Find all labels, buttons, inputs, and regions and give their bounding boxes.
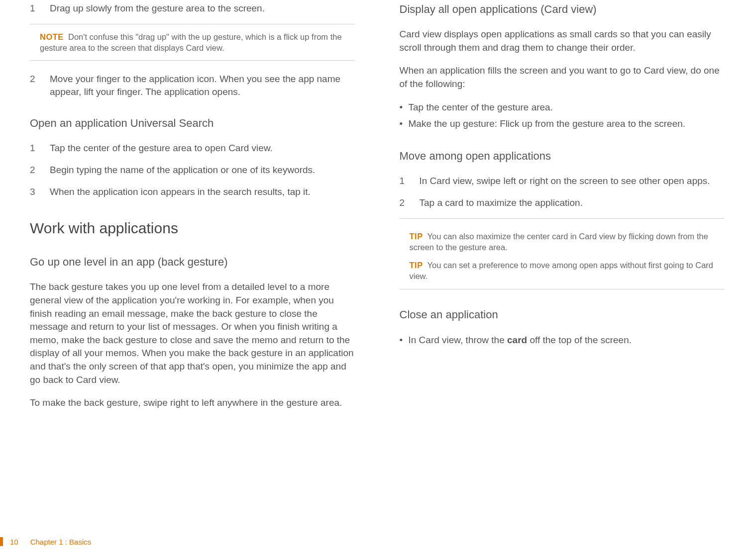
- numbered-step: 1 In Card view, swipe left or right on t…: [400, 175, 725, 187]
- page-footer: 10 Chapter 1 : Basics: [0, 537, 91, 546]
- paragraph: The back gesture takes you up one level …: [30, 280, 355, 386]
- numbered-step: 2 Move your finger to the application ic…: [30, 73, 355, 98]
- step-number: 2: [30, 164, 50, 177]
- section-heading: Open an application Universal Search: [30, 117, 355, 130]
- step-number: 1: [30, 142, 50, 155]
- text-fragment: In Card view, throw the: [409, 335, 508, 345]
- paragraph: Card view displays open applications as …: [400, 28, 725, 54]
- section-heading: Move among open applications: [400, 150, 725, 163]
- step-text: Drag up slowly from the gesture area to …: [50, 2, 355, 15]
- section-heading: Go up one level in an app (back gesture): [30, 256, 355, 269]
- step-number: 2: [400, 196, 420, 209]
- numbered-step: 3 When the application icon appears in t…: [30, 186, 355, 198]
- numbered-step: 1 Tap the center of the gesture area to …: [30, 142, 355, 155]
- page-number: 10: [10, 538, 18, 546]
- step-text: Tap the center of the gesture area to op…: [50, 142, 355, 155]
- bold-text: card: [507, 335, 527, 345]
- step-number: 3: [30, 186, 50, 198]
- page-content: 1 Drag up slowly from the gesture area t…: [0, 0, 744, 420]
- note-callout: NOTE Don't confuse this "drag up" with t…: [30, 24, 355, 61]
- step-number: 1: [400, 175, 420, 187]
- bullet-list: In Card view, throw the card off the top…: [400, 333, 725, 348]
- list-item: In Card view, throw the card off the top…: [400, 333, 725, 348]
- numbered-step: 2 Begin typing the name of the applicati…: [30, 164, 355, 177]
- chapter-label: Chapter 1 : Basics: [30, 538, 92, 546]
- tip-text: You can also maximize the center card in…: [410, 232, 708, 252]
- step-text: Move your finger to the application icon…: [50, 73, 355, 98]
- paragraph: When an application fills the screen and…: [400, 64, 725, 91]
- step-number: 1: [30, 2, 50, 15]
- tip-label: TIP: [410, 261, 423, 270]
- step-text: Tap a card to maximize the application.: [420, 196, 725, 209]
- step-text: When the application icon appears in the…: [50, 186, 355, 198]
- bullet-list: Tap the center of the gesture area. Make…: [400, 100, 725, 131]
- note-text: Don't confuse this "drag up" with the up…: [40, 32, 342, 52]
- tip-callout-group: TIP You can also maximize the center car…: [400, 218, 725, 289]
- tip-callout: TIP You can also maximize the center car…: [400, 231, 725, 253]
- text-fragment: off the top of the screen.: [527, 335, 632, 345]
- list-item: Tap the center of the gesture area.: [400, 100, 725, 115]
- tip-text: You can set a preference to move among o…: [410, 261, 714, 280]
- step-text: In Card view, swipe left or right on the…: [420, 175, 725, 187]
- section-heading: Close an application: [400, 308, 725, 321]
- left-column: 1 Drag up slowly from the gesture area t…: [30, 0, 355, 420]
- right-column: Display all open applications (Card view…: [400, 0, 725, 420]
- paragraph: To make the back gesture, swipe right to…: [30, 396, 355, 410]
- numbered-step: 1 Drag up slowly from the gesture area t…: [30, 2, 355, 15]
- tip-callout: TIP You can set a preference to move amo…: [400, 260, 725, 282]
- section-heading: Display all open applications (Card view…: [400, 3, 725, 16]
- list-item: Make the up gesture: Flick up from the g…: [400, 117, 725, 131]
- step-number: 2: [30, 73, 50, 98]
- step-text: Begin typing the name of the application…: [50, 164, 355, 177]
- footer-accent-bar: [0, 537, 3, 546]
- tip-label: TIP: [410, 232, 423, 241]
- numbered-step: 2 Tap a card to maximize the application…: [400, 196, 725, 209]
- note-label: NOTE: [40, 32, 64, 41]
- major-heading: Work with applications: [30, 220, 355, 237]
